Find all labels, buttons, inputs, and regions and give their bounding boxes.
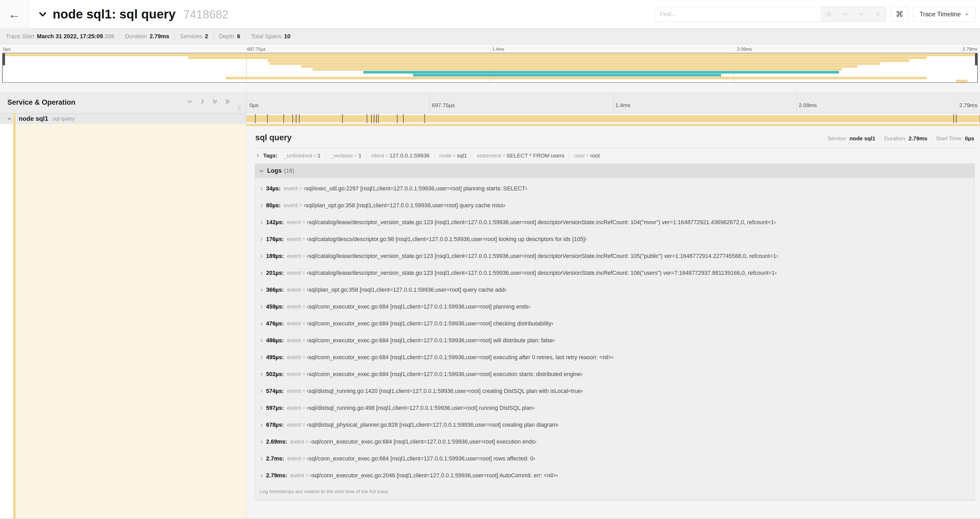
column-resizer-grip[interactable]: [238, 105, 240, 111]
trace-collapse-chevron-down-icon[interactable]: [38, 10, 48, 19]
logs-footnote: Log timestamps are relative to the start…: [259, 484, 970, 499]
log-row[interactable]: 486µs:event=‹sql/conn_executor_exec.go:6…: [259, 332, 970, 349]
find-input[interactable]: [655, 7, 821, 22]
log-chevron-right-icon[interactable]: [259, 288, 266, 292]
equals-sign: =: [301, 320, 307, 327]
log-row[interactable]: 201µs:event=‹sql/catalog/lease/descripto…: [259, 265, 970, 281]
tag-chip: user=root: [569, 152, 605, 159]
collapse-one-chevron-down-icon[interactable]: [186, 98, 193, 105]
log-row[interactable]: 574µs:event=‹sql/distsql_running.go:1420…: [259, 383, 970, 399]
log-timestamp: 34µs:: [266, 185, 280, 192]
service-operation-title: Service & Operation: [7, 98, 75, 107]
log-chevron-right-icon[interactable]: [259, 271, 266, 275]
tags-row: Tags: _unfinished=1_verbose=1client=127.…: [255, 148, 975, 163]
log-field-value: ‹sql/catalog/lease/descriptor_version_st…: [307, 253, 778, 260]
log-chevron-right-icon[interactable]: [259, 457, 266, 461]
log-row[interactable]: 459µs:event=‹sql/conn_executor_exec.go:6…: [259, 298, 970, 315]
minimap-span-bar: [268, 59, 909, 62]
log-chevron-right-icon[interactable]: [259, 355, 266, 360]
log-row[interactable]: 34µs:event=‹sql/exec_util.go:2297 [nsql1…: [259, 180, 970, 197]
find-prev-chevron-up-icon[interactable]: [837, 7, 853, 22]
span-collapse-chevron-down-icon[interactable]: [7, 116, 12, 121]
view-select-button[interactable]: Trace Timeline: [913, 6, 976, 22]
log-chevron-right-icon[interactable]: [259, 473, 266, 478]
find-clear-x-icon[interactable]: [870, 7, 886, 22]
minimap-scrubber-handle[interactable]: [3, 53, 5, 65]
tag-chip: statement=SELECT * FROM users: [472, 152, 570, 159]
tag-key: node: [439, 152, 452, 158]
keyboard-shortcuts-button[interactable]: ⌘: [891, 6, 908, 22]
span-detail-card: sql query Service:node sql1 Duration:2.7…: [255, 126, 975, 500]
log-chevron-right-icon[interactable]: [259, 389, 266, 393]
equals-sign: =: [384, 152, 389, 158]
log-chevron-right-icon[interactable]: [259, 187, 266, 191]
log-chevron-right-icon[interactable]: [259, 254, 266, 259]
log-chevron-right-icon[interactable]: [259, 372, 266, 377]
tag-key: _unfinished: [284, 152, 312, 158]
minimap-canvas[interactable]: [2, 53, 978, 83]
log-chevron-right-icon[interactable]: [259, 220, 266, 225]
log-field-value: ‹sql/conn_executor_exec.go:684 [nsql1,cl…: [307, 337, 555, 344]
tags-chevron-right-icon[interactable]: [255, 153, 260, 158]
minimap-scrubber-handle[interactable]: [975, 53, 977, 65]
log-row[interactable]: 2.79ms:event=‹sql/conn_executor_exec.go:…: [259, 467, 970, 484]
equals-sign: =: [301, 455, 307, 462]
log-chevron-right-icon[interactable]: [259, 440, 266, 444]
log-marker-tick: [376, 114, 377, 123]
equals-sign: =: [301, 354, 307, 361]
log-row[interactable]: 2.7ms:event=‹sql/conn_executor_exec.go:6…: [259, 450, 970, 467]
log-field-value: ‹sql/conn_executor_exec.go:684 [nsql1,cl…: [307, 303, 531, 310]
top-bar-controls: ⌘ Trace Timeline: [654, 6, 976, 22]
log-chevron-right-icon[interactable]: [259, 237, 266, 241]
log-row[interactable]: 502µs:event=‹sql/conn_executor_exec.go:6…: [259, 366, 970, 383]
expand-all-double-chevron-right-icon[interactable]: [224, 98, 231, 105]
log-timestamp: 189µs:: [266, 253, 284, 260]
log-row[interactable]: 189µs:event=‹sql/catalog/lease/descripto…: [259, 248, 970, 265]
back-button[interactable]: ←: [0, 0, 29, 28]
log-marker-tick: [378, 114, 379, 123]
equals-sign: =: [301, 388, 307, 394]
span-detail-left-gutter: [0, 124, 246, 519]
span-bar-cell[interactable]: [246, 113, 980, 124]
log-chevron-right-icon[interactable]: [259, 339, 266, 343]
stat-label: Services: [180, 33, 202, 40]
log-row[interactable]: 142µs:event=‹sql/catalog/lease/descripto…: [259, 214, 970, 231]
equals-sign: =: [301, 422, 307, 428]
minimap-span-bar: [226, 77, 926, 79]
log-row[interactable]: 678µs:event=‹sql/distsql_physical_planne…: [259, 417, 970, 433]
log-row[interactable]: 366µs:event=‹sql/plan_opt.go:358 [nsql1,…: [259, 281, 970, 298]
equals-sign: =: [301, 270, 307, 276]
log-marker-tick: [283, 114, 284, 123]
log-chevron-right-icon[interactable]: [259, 406, 266, 410]
minimap-span-bar: [956, 80, 967, 82]
timeline-header-row: Service & Operation 0µs697.75µs1.4ms2.09…: [0, 91, 980, 113]
trace-name: node sql1: sql query: [52, 7, 176, 21]
log-chevron-right-icon[interactable]: [259, 321, 266, 326]
collapse-all-double-chevron-down-icon[interactable]: [212, 98, 218, 105]
log-timestamp: 142µs:: [266, 219, 284, 226]
log-marker-tick: [267, 114, 268, 123]
focus-target-icon[interactable]: [821, 7, 837, 22]
log-field-value: ‹sql/catalog/descs/descriptor.go:98 [nsq…: [307, 236, 587, 243]
log-field-key: event: [284, 185, 298, 192]
equals-sign: =: [301, 337, 307, 344]
log-row[interactable]: 2.69ms:event=‹sql/conn_executor_exec.go:…: [259, 433, 970, 450]
duration-label: Duration:: [884, 135, 907, 142]
log-row[interactable]: 597µs:event=‹sql/distsql_running.go:498 …: [259, 399, 970, 417]
log-row[interactable]: 495µs:event=‹sql/conn_executor_exec.go:6…: [259, 349, 970, 366]
expand-one-chevron-right-icon[interactable]: [199, 98, 205, 105]
log-chevron-right-icon[interactable]: [259, 423, 266, 427]
log-row[interactable]: 476µs:event=‹sql/conn_executor_exec.go:6…: [259, 315, 970, 332]
minimap-tick-label: 2.09ms: [737, 47, 752, 52]
log-chevron-right-icon[interactable]: [259, 305, 266, 309]
tag-chip: _unfinished=1: [279, 152, 325, 159]
log-row[interactable]: 80µs:event=‹sql/plan_opt.go:358 [nsql1,c…: [259, 197, 970, 214]
log-chevron-right-icon[interactable]: [259, 203, 266, 208]
log-field-key: event: [287, 405, 301, 411]
log-field-value: ‹sql/conn_executor_exec.go:684 [nsql1,cl…: [307, 371, 583, 378]
tags-title[interactable]: Tags:: [263, 152, 277, 159]
log-row[interactable]: 176µs:event=‹sql/catalog/descs/descripto…: [259, 231, 970, 248]
find-next-chevron-down-icon[interactable]: [853, 7, 870, 22]
span-name-cell[interactable]: node sql1 sql query: [0, 113, 246, 124]
logs-header[interactable]: Logs (18): [255, 164, 974, 178]
